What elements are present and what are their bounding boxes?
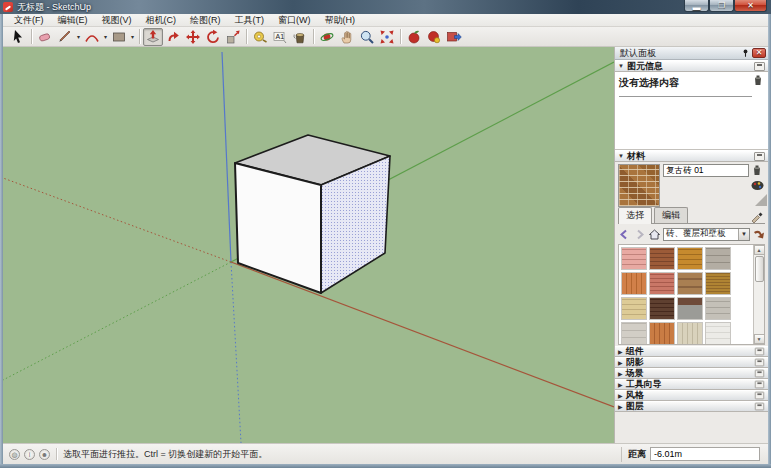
- material-swatch[interactable]: [677, 297, 703, 320]
- blue-axis-dotted: [231, 262, 241, 443]
- scroll-up-icon[interactable]: ▲: [754, 245, 765, 255]
- scrollbar-thumb[interactable]: [755, 256, 764, 282]
- swatch-scrollbar[interactable]: ▲ ▼: [753, 245, 764, 344]
- line-dropdown-icon[interactable]: ▾: [75, 28, 82, 46]
- menu-item[interactable]: 绘图(R): [183, 14, 228, 27]
- arc-icon[interactable]: [82, 28, 102, 46]
- material-swatch[interactable]: [705, 247, 731, 270]
- material-swatch[interactable]: [677, 272, 703, 295]
- eraser-icon[interactable]: [35, 28, 55, 46]
- material-swatch[interactable]: [621, 297, 647, 320]
- rollup-button[interactable]: [755, 392, 764, 400]
- scroll-down-icon[interactable]: ▼: [754, 334, 765, 344]
- menu-item[interactable]: 帮助(H): [318, 14, 363, 27]
- material-swatch[interactable]: [649, 272, 675, 295]
- collapse-arrow-icon: ▼: [618, 153, 624, 159]
- material-swatch[interactable]: [621, 322, 647, 345]
- rollup-button[interactable]: [754, 152, 765, 161]
- in-model-sample-icon[interactable]: [752, 75, 764, 87]
- category-value: 砖、覆层和壁板: [664, 228, 738, 240]
- menu-item[interactable]: 工具(T): [228, 14, 272, 27]
- expand-arrow-icon: ▶: [618, 370, 623, 377]
- material-swatch[interactable]: [649, 297, 675, 320]
- zoom-extents-icon[interactable]: [377, 28, 397, 46]
- close-button[interactable]: ✕: [734, 0, 767, 12]
- panel-close-button[interactable]: ✕: [752, 48, 766, 58]
- scale-icon[interactable]: [223, 28, 243, 46]
- material-swatch[interactable]: [621, 247, 647, 270]
- menu-item[interactable]: 窗口(W): [271, 14, 318, 27]
- pan-icon[interactable]: [337, 28, 357, 46]
- material-swatch[interactable]: [677, 247, 703, 270]
- distance-input[interactable]: [650, 447, 760, 461]
- maximize-button[interactable]: ❐: [709, 0, 734, 12]
- in-model-arrow-icon[interactable]: [752, 228, 765, 241]
- material-swatch[interactable]: [677, 322, 703, 345]
- line-icon[interactable]: [55, 28, 75, 46]
- panel-header[interactable]: 默认面板 ✕: [615, 47, 768, 60]
- material-swatch[interactable]: [649, 247, 675, 270]
- geolocation-status-icon[interactable]: ◍: [9, 449, 20, 460]
- arc-dropdown-icon[interactable]: ▾: [102, 28, 109, 46]
- paint-bucket-icon[interactable]: [290, 28, 310, 46]
- measurement-box: 距离: [621, 447, 768, 462]
- material-name-input[interactable]: [663, 164, 749, 177]
- display-pane-icon[interactable]: [751, 165, 763, 177]
- material-swatch[interactable]: [705, 272, 731, 295]
- minimize-button[interactable]: ▬: [684, 0, 709, 12]
- rectangle-icon[interactable]: [109, 28, 129, 46]
- distance-label: 距离: [628, 448, 646, 461]
- info-status-icon[interactable]: i: [24, 449, 35, 460]
- material-swatch[interactable]: [705, 322, 731, 345]
- credits-status-icon[interactable]: ☻: [39, 449, 50, 460]
- menu-item[interactable]: 相机(C): [139, 14, 184, 27]
- pin-icon[interactable]: [741, 48, 750, 58]
- select-icon[interactable]: [8, 28, 28, 46]
- material-swatch[interactable]: [621, 272, 647, 295]
- materials-header[interactable]: ▼ 材料: [615, 150, 768, 162]
- tape-measure-icon[interactable]: [250, 28, 270, 46]
- rollup-button[interactable]: [754, 62, 765, 71]
- text-icon[interactable]: A1: [270, 28, 290, 46]
- model-cube: [235, 135, 390, 293]
- category-dropdown[interactable]: 砖、覆层和壁板 ▼: [663, 228, 750, 241]
- model-viewport[interactable]: [3, 47, 614, 443]
- rollup-button[interactable]: [755, 403, 764, 411]
- toolbar-separator: [400, 29, 401, 44]
- move-icon[interactable]: [183, 28, 203, 46]
- sample-paint-dropper-icon[interactable]: [750, 210, 763, 223]
- home-icon[interactable]: [648, 228, 661, 241]
- menu-item[interactable]: 文件(F): [7, 14, 51, 27]
- rectangle-dropdown-icon[interactable]: ▾: [129, 28, 136, 46]
- preview-resize-grip[interactable]: [755, 194, 767, 206]
- red-sphere-icon[interactable]: [404, 28, 424, 46]
- followme-icon[interactable]: [163, 28, 183, 46]
- rollup-button[interactable]: [755, 370, 764, 378]
- material-swatch[interactable]: [649, 322, 675, 345]
- rollup-button[interactable]: [755, 359, 764, 367]
- tab-edit[interactable]: 编辑: [654, 207, 688, 223]
- export-model-icon[interactable]: [444, 28, 464, 46]
- pushpull-icon[interactable]: [143, 28, 163, 46]
- menu-item[interactable]: 编辑(E): [51, 14, 95, 27]
- material-preview[interactable]: [618, 164, 660, 207]
- red-ball-icon[interactable]: [424, 28, 444, 46]
- entity-info-header[interactable]: ▼ 图元信息: [615, 60, 768, 72]
- forward-arrow-icon[interactable]: [633, 228, 646, 241]
- rollup-button[interactable]: [755, 381, 764, 389]
- orbit-icon[interactable]: [317, 28, 337, 46]
- panel-section-header[interactable]: ▶ 图层: [615, 401, 768, 412]
- create-material-icon[interactable]: [751, 180, 764, 191]
- zoom-icon[interactable]: [357, 28, 377, 46]
- window-frame: [0, 14, 3, 464]
- rollup-button[interactable]: [755, 348, 764, 356]
- back-arrow-icon[interactable]: [618, 228, 631, 241]
- panel-title: 默认面板: [620, 47, 741, 60]
- toolbar-separator: [139, 29, 140, 44]
- tab-select[interactable]: 选择: [618, 207, 652, 224]
- material-swatch[interactable]: [705, 297, 731, 320]
- menu-item[interactable]: 视图(V): [95, 14, 139, 27]
- rotate-icon[interactable]: [203, 28, 223, 46]
- dropdown-arrow-icon[interactable]: ▼: [738, 229, 749, 240]
- window-frame: [0, 464, 771, 468]
